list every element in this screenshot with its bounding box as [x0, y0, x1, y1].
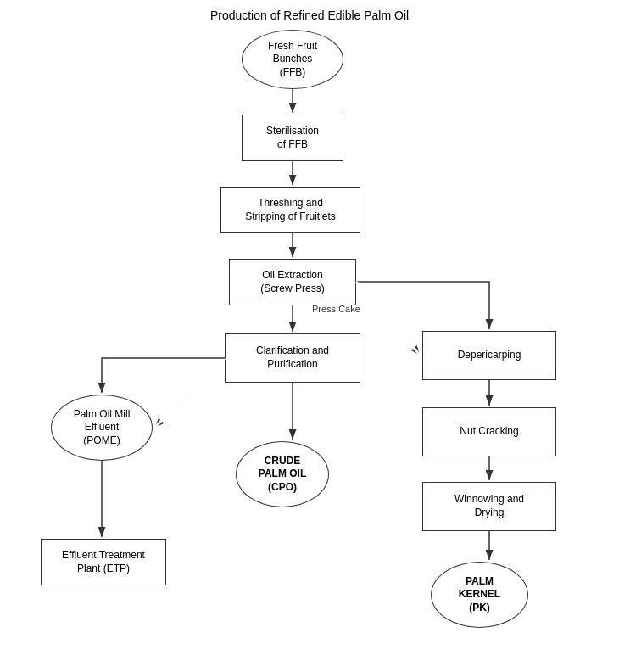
node-pome: Palm Oil MillEffluent(POME)	[51, 395, 153, 461]
node-effluent: Effluent TreatmentPlant (ETP)	[41, 539, 166, 585]
svg-line-5	[356, 282, 421, 356]
node-palm-kernel: PALMKERNEL(PK)	[431, 562, 528, 628]
node-crude-palm-oil: CRUDEPALM OIL(CPO)	[236, 441, 329, 507]
label-press-cake: Press Cake	[312, 304, 360, 314]
node-winnowing: Winnowing andDrying	[422, 482, 556, 531]
svg-line-14	[154, 358, 225, 428]
node-oil-extraction: Oil Extraction(Screw Press)	[229, 259, 356, 305]
page-title: Production of Refined Edible Palm Oil	[0, 8, 619, 22]
node-nut-cracking: Nut Cracking	[422, 407, 556, 456]
svg-line-7	[154, 358, 225, 428]
svg-line-13	[356, 282, 421, 356]
node-sterilisation: Sterilisationof FFB	[242, 115, 343, 161]
node-threshing: Threshing andStripping of Fruitlets	[220, 187, 360, 233]
node-depericarping: Depericarping	[422, 331, 556, 380]
diagram: Production of Refined Edible Palm Oil Fr…	[0, 0, 619, 672]
node-clarification: Clarification andPurification	[225, 333, 360, 383]
node-ffb: Fresh FruitBunches(FFB)	[242, 30, 343, 89]
